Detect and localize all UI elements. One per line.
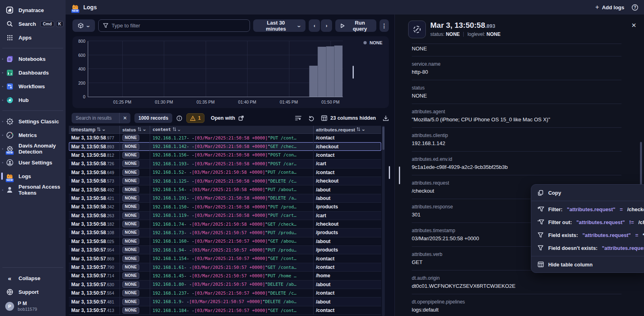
sidebar-item-apps[interactable]: Apps — [0, 31, 66, 44]
sidebar-item-logs[interactable]: NEWLogs — [0, 169, 66, 183]
sidebar-user[interactable]: P P M bob11579 — [0, 299, 66, 312]
table-row[interactable]: Mar 3, 13:50:57.554NONE192.168.1.237 - -… — [69, 289, 381, 297]
chart-bar[interactable] — [326, 46, 334, 97]
table-row[interactable]: Mar 3, 13:50:58.726NONE192.168.1.193 - -… — [69, 160, 381, 168]
sort-icon[interactable] — [357, 127, 360, 132]
sidebar-brand[interactable]: Dynatrace — [0, 3, 66, 17]
detail-field-service.name[interactable]: service.namehttp-80 — [412, 56, 621, 80]
context-menu-item-field-exists[interactable]: Field exists:"attributes.request"=* — [531, 229, 644, 241]
sidebar-item-personal-access-tokens[interactable]: Personal Access Tokens — [0, 183, 66, 197]
table-row[interactable]: Mar 3, 13:50:58.421NONE192.168.1.191 - -… — [69, 194, 381, 203]
page-scrollbar-handle[interactable] — [640, 142, 642, 189]
content-cell: 192.168.1.191 - - [03/Mar/2025:21:50:58 … — [150, 194, 313, 202]
sidebar-item-hub[interactable]: Hub — [0, 93, 66, 107]
detail-field-status[interactable]: statusNONE — [412, 80, 621, 104]
query-options-kebab-icon[interactable]: ⋮ — [380, 19, 389, 32]
search-in-results-input[interactable] — [72, 115, 119, 121]
sidebar-item-davis-anomaly-detection[interactable]: NEWDavis Anomaly Detection — [0, 142, 66, 156]
table-row[interactable]: Mar 3, 13:50:57.630NONE192.168.1.80 - - … — [69, 281, 381, 289]
detail-field-dt.auth.origin[interactable]: dt.auth.origindt0c01.WCFNOKYCZSEVX6RTCW3… — [412, 270, 621, 294]
detail-field-truncated[interactable]: NONE — [412, 44, 621, 56]
column-header-content[interactable]: content⌄ — [150, 126, 313, 133]
sidebar-item-settings-classic[interactable]: Settings Classic — [0, 114, 66, 128]
table-row[interactable]: Mar 3, 13:50:57.413NONE192.168.1.184 - -… — [69, 306, 381, 315]
table-row[interactable]: Mar 3, 13:50:58.649NONE192.168.1.52 - - … — [69, 168, 381, 177]
context-menu-item-field-doesn-t-exists[interactable]: Field doesn't exists:"attributes.request… — [531, 241, 644, 254]
table-row[interactable]: Mar 3, 13:50:58.342NONE192.168.1.150 - -… — [69, 203, 381, 211]
info-icon[interactable] — [176, 115, 182, 121]
sidebar-item-dashboards[interactable]: Dashboards — [0, 66, 66, 79]
topbar: NEW Logs + Add logs ? — [66, 0, 644, 15]
sidebar-item-workflows[interactable]: Workflows — [0, 79, 66, 93]
column-header-timestamp[interactable]: timestamp⌄ — [69, 126, 120, 133]
sidebar-item-search[interactable]: Search Cmd K — [0, 17, 66, 31]
table-row[interactable]: Mar 3, 13:50:58.025NONE192.168.1.160 - -… — [69, 237, 381, 246]
chart-legend[interactable]: NONE — [363, 40, 382, 45]
column-header-status[interactable]: status⌄ — [120, 126, 150, 133]
sidebar-item-metrics[interactable]: Metrics — [0, 128, 66, 142]
table-row[interactable]: Mar 3, 13:50:57.954NONE192.168.1.94 - - … — [69, 246, 381, 254]
context-menu-item-filter-out[interactable]: Filter out:"attributes.request"!=/checko… — [531, 216, 644, 229]
chart-bar[interactable] — [334, 46, 343, 97]
sidebar-collapse-button[interactable]: « Collapse — [0, 271, 66, 285]
content-cell: 192.168.1.237 - - [03/Mar/2025:21:50:57 … — [150, 289, 313, 297]
content-clientip: 192.168.1.52 — [153, 170, 184, 175]
chevron-down-icon[interactable]: ⌄ — [361, 128, 366, 131]
warning-badge[interactable]: 1 — [186, 113, 204, 123]
columns-hidden-button[interactable]: 23 columns hidden — [321, 115, 376, 121]
sort-icon[interactable] — [97, 127, 101, 133]
context-menu-item-hide-table-column[interactable]: Hide table column — [531, 258, 644, 271]
run-query-button[interactable]: Run query — [335, 19, 376, 32]
filter-input[interactable] — [111, 23, 245, 29]
column-header-attributes.request[interactable]: attributes.request⌄ — [313, 126, 381, 133]
download-icon[interactable] — [383, 115, 389, 121]
scope-selector-button[interactable]: ⌄ — [72, 19, 95, 32]
table-row[interactable]: Mar 3, 13:50:58.182NONE192.168.1.74 - - … — [69, 220, 381, 229]
chart-scroll-handle[interactable] — [353, 66, 354, 79]
open-with-button[interactable]: Open with — [211, 115, 244, 121]
reset-icon[interactable] — [308, 115, 314, 121]
table-row[interactable]: Mar 3, 13:50:57.869NONE192.168.1.154 - -… — [69, 254, 381, 263]
table-scrollbar-handle[interactable] — [382, 127, 384, 150]
table-row[interactable]: Mar 3, 13:50:58.977NONE192.168.1.217 - -… — [69, 134, 381, 142]
table-row[interactable]: Mar 3, 13:50:57.481NONE192.168.1.9 - - [… — [69, 297, 381, 306]
wrap-lines-icon[interactable] — [295, 115, 301, 121]
sort-icon[interactable] — [138, 127, 141, 132]
sidebar-support-button[interactable]: Support — [0, 285, 66, 299]
chart-plot-area[interactable]: 020040060080001:25 PM01:30 PM01:35 PM01:… — [88, 41, 343, 97]
table-row[interactable]: Mar 3, 13:50:58.812NONE192.168.1.156 - -… — [69, 151, 381, 160]
chevron-down-icon[interactable]: ⌄ — [177, 128, 180, 131]
detail-scrollbar-handle[interactable] — [399, 166, 400, 184]
table-row[interactable]: Mar 3, 13:50:58.263NONE192.168.1.119 - -… — [69, 212, 381, 220]
detail-field-attributes.clientip[interactable]: attributes.clientip192.168.1.142 — [412, 128, 621, 152]
chart-bar[interactable] — [309, 66, 318, 97]
table-scrollbar[interactable] — [382, 126, 385, 316]
close-icon[interactable]: ✕ — [631, 22, 636, 29]
detail-field-attributes.agent[interactable]: attributes.agent"Mozilla/5.0 (iPhone; CP… — [412, 104, 621, 128]
chevron-down-icon[interactable]: ⌄ — [142, 128, 147, 131]
search-shortcut: Cmd K — [40, 21, 63, 27]
context-menu-item-copy[interactable]: Copy — [531, 186, 644, 199]
sort-icon[interactable] — [173, 127, 176, 133]
detail-field-dt.openpipeline.pipelines[interactable]: dt.openpipeline.pipelineslogs:default — [412, 294, 621, 316]
chart-bar[interactable] — [318, 47, 326, 97]
clear-search-icon[interactable]: ✕ — [119, 113, 130, 123]
table-row[interactable]: Mar 3, 13:50:58.108NONE192.168.1.73 - - … — [69, 229, 381, 237]
table-row[interactable]: Mar 3, 13:50:58.893NONE192.168.1.142 - -… — [69, 142, 381, 151]
detail-field-attributes.ed.env.id[interactable]: attributes.ed.env.id9c1a1ede-c98f-4929-a… — [412, 152, 621, 175]
time-prev-button[interactable]: ‹ — [309, 19, 320, 32]
table-row[interactable]: Mar 3, 13:50:58.573NONE192.168.1.125 - -… — [69, 177, 381, 185]
help-icon[interactable]: ? — [632, 4, 638, 11]
context-menu-item-filter[interactable]: Filter:"attributes.request"=/checkout — [531, 203, 644, 216]
sidebar-item-notebooks[interactable]: Notebooks — [0, 52, 66, 66]
table-row[interactable]: Mar 3, 13:50:57.714NONE192.168.1.45 - - … — [69, 272, 381, 280]
table-row[interactable]: Mar 3, 13:50:58.492NONE192.168.1.54 - - … — [69, 185, 381, 194]
chevron-down-icon[interactable]: ⌄ — [102, 128, 106, 131]
timestamp-cell: Mar 3, 13:50:58.025 — [69, 237, 120, 245]
time-range-button[interactable]: Last 30 minutes ⌄ — [253, 19, 305, 32]
time-next-button[interactable]: › — [321, 19, 332, 32]
add-logs-button[interactable]: + Add logs — [595, 4, 624, 11]
panel-resize-handle[interactable] — [389, 166, 390, 179]
table-row[interactable]: Mar 3, 13:50:57.790NONE192.168.1.61 - - … — [69, 263, 381, 272]
sidebar-item-user-settings[interactable]: User Settings — [0, 156, 66, 169]
